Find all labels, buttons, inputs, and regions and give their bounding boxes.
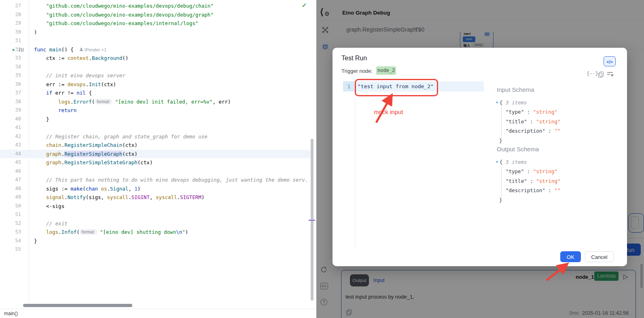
code-line: 50<-sigs (0, 202, 311, 211)
modal-line-number: 1 (343, 81, 355, 91)
schema-heading: Output Schema (497, 146, 539, 153)
code-line: 43chain.RegisterSimpleChain(ctx) (0, 141, 311, 150)
line-number: 48 (0, 184, 21, 193)
line-number: 33 (0, 54, 21, 63)
code-line: 36err := devops.Init(ctx) (0, 80, 311, 89)
code-line: 27"github.com/cloudwego/eino-examples/de… (0, 2, 311, 11)
schema-entry: "description" : "" (496, 187, 560, 193)
schema-entry: "title" : "string" (496, 119, 560, 125)
code-line: 40} (0, 115, 311, 124)
line-number: 35 (0, 71, 21, 80)
code-line: 41 (0, 123, 311, 132)
edit-marker (309, 220, 315, 221)
code-line: 54} (0, 237, 311, 246)
line-number: 36 (0, 80, 21, 89)
collapse-braces-icon[interactable]: {··} (587, 71, 598, 76)
code-line: 49signal.Notify(sigs, syscall.SIGINT, sy… (0, 193, 311, 202)
code-line: 38logs.Errorf(format: "[eino dev] init f… (0, 98, 311, 106)
annotation-highlight-box (355, 79, 438, 96)
format-hint-chip: format: (95, 99, 112, 104)
code-line: 42// Register chain, graph and state_gra… (0, 132, 311, 141)
line-number: 45 (0, 158, 21, 167)
line-number: 29 (0, 19, 21, 28)
schema-tree-line (501, 166, 502, 198)
code-line: 47// This part has nothing to do with ei… (0, 176, 311, 184)
line-number: 42 (0, 132, 21, 141)
line-number: 38 (0, 98, 21, 106)
line-number: 53 (0, 228, 21, 237)
schema-entry: "title" : "string" (496, 178, 560, 184)
code-line: 46 (0, 167, 311, 176)
schema-entry: ▼{ 3 items (496, 100, 527, 106)
line-number: 51 (0, 210, 21, 219)
code-editor[interactable]: 27"github.com/cloudwego/eino-examples/de… (0, 0, 316, 318)
line-number: 49 (0, 193, 21, 202)
screen: 27"github.com/cloudwego/eino-examples/de… (0, 0, 644, 318)
copy-icon[interactable] (598, 72, 603, 77)
code-line: 55 (0, 245, 311, 254)
line-number: 44 (0, 150, 21, 159)
line-number: 41 (0, 123, 21, 132)
code-line: 35// init eino devops server (0, 71, 311, 80)
line-number: 40 (0, 115, 21, 124)
code-line: 51 (0, 210, 311, 219)
line-number: 31 (0, 36, 21, 45)
line-number: 28 (0, 11, 21, 19)
author-hint[interactable]: IPender +1 (80, 47, 106, 52)
schema-entry: "type" : "string" (496, 109, 557, 115)
person-icon (80, 48, 83, 51)
modal-gutter-separator (355, 81, 355, 250)
code-line: 44graph.RegisterSimpleGraph(ctx) (0, 150, 311, 159)
line-number: 30 (0, 28, 21, 37)
code-line: 52// exit (0, 219, 311, 228)
schema-entry: ▼{ 3 items (496, 159, 527, 165)
play-icon[interactable]: ▶ (13, 45, 15, 54)
code-line: 32▶func main() { IPender +1 (0, 45, 311, 54)
line-number: 52 (0, 219, 21, 228)
code-line: 53logs.Infof(format: "[eino dev] shuttin… (0, 228, 311, 237)
format-hint-chip: format: (80, 229, 97, 235)
schema-heading: Input Schema (497, 86, 534, 93)
code-line: 45graph.RegisterSimpleStateGraph(ctx) (0, 158, 311, 167)
line-number: 27 (0, 2, 21, 11)
breadcrumb[interactable]: main() (4, 311, 18, 316)
annotation-label: mock input (374, 108, 403, 115)
code-line: 30) (0, 28, 311, 37)
cancel-button[interactable]: Cancel (585, 251, 614, 262)
line-number: 50 (0, 202, 21, 211)
wrap-lines-icon[interactable] (607, 71, 614, 77)
line-number: 46 (0, 167, 21, 176)
schema-entry: "description" : "" (496, 128, 560, 134)
status-bar: main() (0, 309, 316, 318)
code-line: 39return (0, 106, 311, 115)
modal-title: Test Run (341, 55, 367, 62)
chevron-down-icon[interactable]: ▼ (496, 160, 498, 164)
chevron-down-icon[interactable]: ▼ (496, 101, 498, 104)
line-number: 55 (0, 245, 21, 254)
schema-entry: "type" : "string" (496, 168, 557, 174)
line-number: 37 (0, 89, 21, 98)
line-number: 39 (0, 106, 21, 115)
schema-tree-line (501, 107, 502, 138)
editor-horizontal-scrollbar[interactable] (23, 304, 132, 307)
code-line: 31 (0, 36, 311, 45)
line-number: 34 (0, 63, 21, 72)
code-line: 37if err != nil { (0, 89, 311, 98)
inspection-ok-icon[interactable]: ✓ (302, 2, 307, 9)
profile-run-icon[interactable] (19, 48, 23, 52)
line-number: 54 (0, 237, 21, 246)
run-main-icon[interactable]: ▶ (13, 45, 28, 54)
trigger-node-badge: node_2 (376, 66, 396, 75)
code-view-toggle-icon[interactable]: </> (604, 56, 616, 66)
code-line: 48sigs := make(chan os.Signal, 1) (0, 184, 311, 193)
ok-button[interactable]: OK (560, 251, 581, 262)
line-number: 47 (0, 176, 21, 184)
line-number: 43 (0, 141, 21, 150)
trigger-node-label: Trigger node: (341, 68, 373, 74)
code-line: 33ctx := context.Background() (0, 54, 311, 63)
code-line: 29"github.com/cloudwego/eino-examples/in… (0, 19, 311, 28)
code-line: 28"github.com/cloudwego/eino-examples/de… (0, 11, 311, 19)
code-line: 34 (0, 63, 311, 72)
